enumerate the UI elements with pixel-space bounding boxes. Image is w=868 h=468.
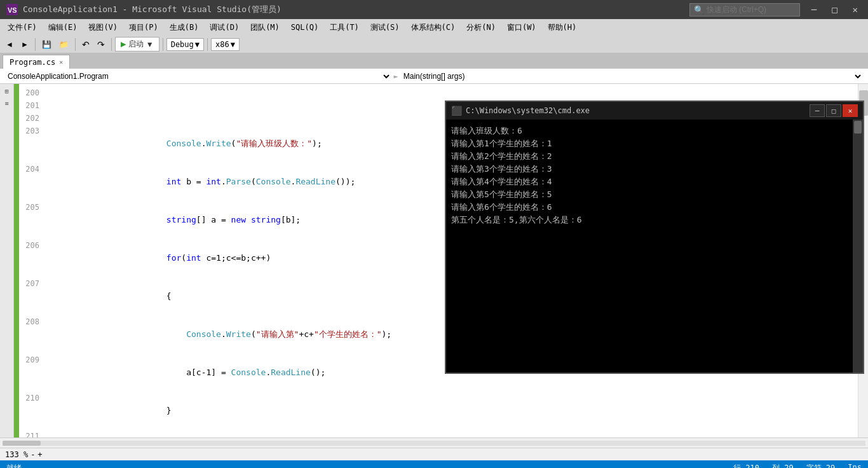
platform-label: x86	[215, 40, 229, 49]
cmd-window: ⬛ C:\Windows\system32\cmd.exe ─ □ ✕ 请输入班…	[445, 100, 864, 374]
col-info: 列 29	[772, 463, 794, 469]
debug-label: Debug	[171, 40, 194, 49]
cmd-close-button[interactable]: ✕	[843, 104, 858, 117]
vs-logo: VS	[6, 4, 18, 15]
h-scroll-thumb[interactable]	[3, 441, 41, 446]
svg-text:VS: VS	[8, 6, 17, 14]
title-bar: VS ConsoleApplication1 - Microsoft Visua…	[0, 0, 868, 19]
status-bar: 就绪 行 210 列 29 字符 29 Ins	[0, 460, 868, 468]
toolbar-sep-2	[75, 38, 76, 51]
quick-launch-input[interactable]	[707, 5, 796, 14]
maximize-button[interactable]: □	[828, 3, 841, 16]
cmd-output: 请输入班级人数：6 请输入第1个学生的姓名：1 请输入第2个学生的姓名：2 请输…	[446, 120, 863, 345]
menu-file[interactable]: 文件(F)	[3, 20, 42, 35]
cmd-line: 请输入第4个学生的姓名：4	[451, 176, 858, 188]
cmd-title-bar: ⬛ C:\Windows\system32\cmd.exe ─ □ ✕	[446, 102, 863, 120]
platform-dropdown-icon: ▼	[231, 40, 235, 49]
cmd-line: 请输入第2个学生的姓名：2	[451, 150, 858, 163]
app-title: ConsoleApplication1 - Microsoft Visual S…	[23, 4, 281, 15]
menu-view[interactable]: 视图(V)	[83, 20, 123, 35]
cmd-title-text: ⬛ C:\Windows\system32\cmd.exe	[451, 106, 590, 116]
minimize-button[interactable]: ─	[808, 3, 820, 16]
title-bar-left: VS ConsoleApplication1 - Microsoft Visua…	[6, 4, 281, 15]
cmd-line: 请输入第6个学生的姓名：6	[451, 201, 858, 214]
forward-button[interactable]: ►	[18, 38, 32, 51]
path-arrow: ►	[394, 72, 398, 81]
status-text: 就绪	[6, 463, 22, 469]
modified-indicator	[14, 84, 19, 437]
cmd-maximize-button[interactable]: □	[826, 104, 841, 117]
side-icon-1[interactable]: ⊞	[3, 86, 10, 96]
cmd-line: 第五个人名是：5,第六个人名是：6	[451, 214, 858, 226]
side-icons-panel: ⊞ ≡	[0, 84, 14, 437]
path-bar: ConsoleApplication1.Program ► Main(strin…	[0, 69, 868, 84]
method-selector[interactable]: Main(string[] args)	[401, 71, 863, 81]
namespace-selector[interactable]: ConsoleApplication1.Program	[5, 71, 391, 81]
platform-dropdown[interactable]: x86 ▼	[211, 38, 240, 51]
cmd-line: 请输入班级人数：6	[451, 125, 858, 137]
menu-test[interactable]: 测试(S)	[365, 20, 405, 35]
tab-program-cs[interactable]: Program.cs ✕	[3, 55, 70, 69]
toolbar-sep-1	[35, 38, 36, 51]
toolbar-sep-4	[163, 38, 163, 51]
zoom-label: 133 %	[5, 450, 28, 459]
status-right: 行 210 列 29 字符 29 Ins	[733, 463, 862, 469]
horizontal-scrollbar[interactable]	[0, 437, 868, 448]
menu-team[interactable]: 团队(M)	[245, 20, 285, 35]
zoom-plus[interactable]: +	[37, 450, 42, 459]
redo-button[interactable]: ↷	[94, 38, 108, 52]
debug-dropdown[interactable]: Debug ▼	[166, 38, 204, 51]
menu-window[interactable]: 窗口(W)	[502, 20, 541, 35]
menu-analyze[interactable]: 分析(N)	[461, 20, 501, 35]
toolbar-sep-3	[111, 38, 112, 51]
start-button[interactable]: ▶ 启动 ▼	[115, 37, 159, 52]
cmd-scrollbar[interactable]	[853, 120, 863, 373]
start-dropdown-icon: ▼	[146, 40, 154, 49]
toolbar-sep-5	[207, 38, 208, 51]
menu-sql[interactable]: SQL(Q)	[286, 21, 323, 34]
char-info: 字符 29	[806, 463, 836, 469]
menu-tools[interactable]: 工具(T)	[325, 20, 364, 35]
cmd-title-label: C:\Windows\system32\cmd.exe	[466, 106, 590, 115]
cmd-scroll-thumb[interactable]	[854, 121, 862, 134]
mode-info: Ins	[848, 463, 862, 469]
start-label: 启动	[128, 39, 144, 50]
quick-launch[interactable]: 🔍	[689, 3, 800, 17]
cmd-window-controls: ─ □ ✕	[810, 104, 858, 117]
back-button[interactable]: ◄	[3, 38, 17, 51]
tab-label: Program.cs	[10, 58, 55, 67]
save-all-button[interactable]: 📁	[56, 38, 72, 51]
close-button[interactable]: ✕	[849, 3, 862, 16]
toolbar: ◄ ► 💾 📁 ↶ ↷ ▶ 启动 ▼ Debug ▼ x86 ▼	[0, 36, 868, 53]
play-icon: ▶	[121, 40, 126, 48]
line-info: 行 210	[733, 463, 759, 469]
cmd-line: 请输入第1个学生的姓名：1	[451, 137, 858, 150]
zoom-bar: 133 % - +	[0, 448, 868, 460]
search-icon: 🔍	[694, 5, 704, 15]
cmd-minimize-button[interactable]: ─	[810, 104, 825, 117]
code-line: 211 string x = a[4];	[19, 430, 858, 437]
menu-build[interactable]: 生成(B)	[165, 20, 204, 35]
tab-close-button[interactable]: ✕	[59, 59, 63, 65]
menu-arch[interactable]: 体系结构(C)	[406, 20, 461, 35]
menu-edit[interactable]: 编辑(E)	[43, 20, 83, 35]
menu-project[interactable]: 项目(P)	[124, 20, 163, 35]
menu-bar: 文件(F) 编辑(E) 视图(V) 项目(P) 生成(B) 调试(D) 团队(M…	[0, 19, 868, 36]
menu-debug[interactable]: 调试(D)	[205, 20, 244, 35]
side-icon-2[interactable]: ≡	[3, 99, 10, 108]
undo-button[interactable]: ↶	[79, 38, 93, 52]
save-button[interactable]: 💾	[39, 38, 55, 51]
title-bar-right: 🔍 ─ □ ✕	[689, 3, 862, 17]
cmd-icon: ⬛	[451, 106, 462, 116]
code-line: 200	[19, 86, 858, 99]
code-line: 210 }	[19, 392, 858, 430]
zoom-minus[interactable]: -	[31, 450, 35, 459]
tab-bar: Program.cs ✕	[0, 53, 868, 69]
menu-help[interactable]: 帮助(H)	[543, 20, 582, 35]
cmd-line: 请输入第5个学生的姓名：5	[451, 188, 858, 201]
debug-dropdown-icon: ▼	[195, 40, 200, 49]
cmd-line: 请输入第3个学生的姓名：3	[451, 163, 858, 176]
